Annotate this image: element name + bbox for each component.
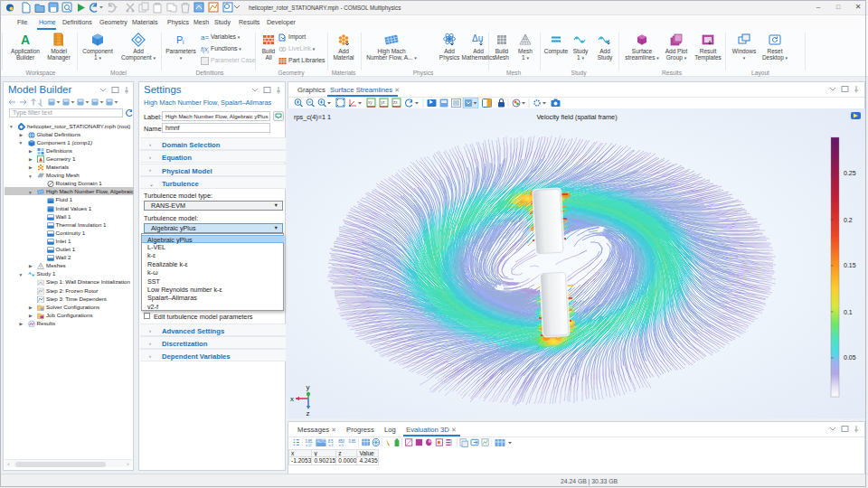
svg-text:e-3: e-3: [329, 444, 334, 447]
svg-text:0.15: 0.15: [844, 262, 856, 268]
svg-text:i: i: [183, 39, 184, 45]
svg-text:y: y: [307, 383, 310, 391]
svg-text:0.85: 0.85: [348, 439, 355, 444]
svg-text:A: A: [21, 33, 30, 47]
svg-text:0.05: 0.05: [844, 354, 856, 361]
svg-text:e-3: e-3: [339, 444, 344, 447]
svg-text:rps_c(4)=1 1: rps_c(4)=1 1: [294, 113, 331, 121]
svg-text:a=: a=: [201, 33, 209, 42]
svg-text:x: x: [290, 395, 294, 403]
svg-text:xy: xy: [368, 100, 373, 105]
svg-text:e-12: e-12: [306, 444, 311, 447]
svg-text:zx: zx: [393, 100, 398, 105]
svg-text:z: z: [307, 409, 310, 418]
svg-text:0.2: 0.2: [844, 217, 853, 223]
svg-text:f(x): f(x): [201, 46, 209, 53]
svg-text:0.25: 0.25: [844, 170, 856, 176]
svg-text:yz: yz: [381, 100, 385, 105]
svg-text:Velocity field (spatial frame): Velocity field (spatial frame): [536, 113, 617, 121]
svg-text:0.1: 0.1: [844, 309, 853, 315]
svg-text:AUTO: AUTO: [316, 439, 327, 444]
